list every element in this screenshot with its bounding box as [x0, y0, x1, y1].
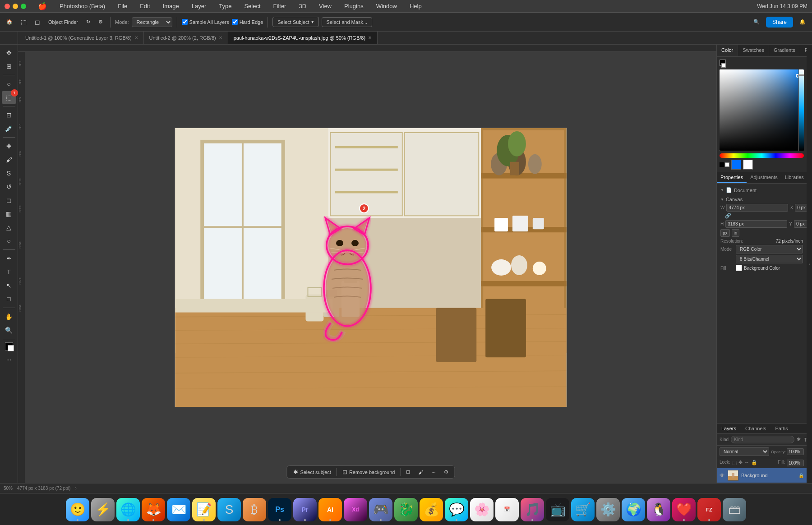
dock-messages[interactable]: 💬: [445, 498, 468, 521]
units-in-btn[interactable]: in: [732, 229, 740, 237]
healing-tool[interactable]: ✚: [2, 140, 16, 152]
dock-music[interactable]: 🎵: [521, 498, 544, 521]
notification-btn[interactable]: 🔔: [797, 17, 808, 27]
dock-misc1[interactable]: 🐉: [394, 498, 418, 521]
home-button[interactable]: 🏠: [4, 17, 15, 27]
dock-xd[interactable]: Xd: [344, 498, 367, 521]
lasso-tool[interactable]: ○: [2, 78, 16, 90]
libraries-tab[interactable]: Libraries: [781, 172, 807, 183]
remove-bg-float-btn[interactable]: ⊡ Remove background: [339, 467, 399, 477]
select-subject-btn[interactable]: Select Subject ▾: [272, 17, 318, 27]
mode-select[interactable]: Rectangle Ellipse Single Row: [132, 17, 172, 27]
hue-slider[interactable]: [720, 153, 804, 158]
menu-help[interactable]: Help: [407, 2, 424, 10]
dock-misc6[interactable]: 🗃: [723, 498, 746, 521]
menu-3d[interactable]: 3D: [296, 2, 309, 10]
dock-mail[interactable]: ✉️: [167, 498, 190, 521]
bits-select[interactable]: 8 Bits/Channel 16 Bits/Channel 32 Bits/C…: [736, 255, 803, 263]
clone-tool[interactable]: S: [2, 167, 16, 180]
canvas-title[interactable]: ▼ Canvas: [720, 197, 803, 202]
y-input[interactable]: [794, 220, 807, 228]
tab-photo-close[interactable]: ✕: [368, 35, 372, 40]
hard-edge-check[interactable]: [232, 19, 238, 25]
brush-tool[interactable]: 🖌: [2, 153, 16, 166]
dock-misc3[interactable]: 🌍: [622, 498, 645, 521]
search-btn[interactable]: 🔍: [751, 17, 762, 27]
lock-icon-3[interactable]: ↔: [744, 460, 749, 466]
layers-tab[interactable]: Layers: [717, 424, 741, 433]
shape-tool[interactable]: □: [2, 293, 16, 305]
dock-ai[interactable]: Ai: [318, 498, 342, 521]
menu-select[interactable]: Select: [241, 2, 263, 10]
bg-color-indicator[interactable]: [721, 63, 726, 68]
dock-skype[interactable]: S: [217, 498, 241, 521]
dock-notes[interactable]: 📝: [192, 498, 216, 521]
dock-photos[interactable]: 🌸: [470, 498, 494, 521]
dock-discord[interactable]: 🎮: [369, 498, 392, 521]
lock-icon-2[interactable]: ✥: [738, 460, 743, 466]
dock-calendar[interactable]: 📅: [495, 498, 519, 521]
refresh-btn[interactable]: ↻: [83, 17, 93, 27]
status-arrow[interactable]: ›: [75, 486, 76, 491]
dock-misc2[interactable]: 💰: [420, 498, 443, 521]
more-float-btn[interactable]: ···: [428, 468, 439, 476]
height-input[interactable]: [725, 220, 787, 228]
hand-tool[interactable]: ✋: [2, 310, 16, 323]
dock-pr[interactable]: Pr: [293, 498, 317, 521]
dock-launchpad[interactable]: ⚡: [91, 498, 115, 521]
dock-misc4[interactable]: 🐧: [647, 498, 670, 521]
paths-tab[interactable]: Paths: [771, 424, 793, 433]
text-tool[interactable]: T: [2, 266, 16, 278]
brush-float-btn[interactable]: 🖌: [415, 468, 427, 476]
dock-filezilla[interactable]: FZ: [697, 498, 721, 521]
dodge-tool[interactable]: ○: [2, 235, 16, 247]
dock-bitcoin[interactable]: ₿: [243, 498, 266, 521]
tab-photo[interactable]: paul-hanaoka-w2DsS-ZAP4U-unsplash.jpg @ …: [228, 32, 378, 44]
lock-icon-4[interactable]: 🔒: [751, 460, 757, 466]
blending-mode-select[interactable]: Normal Multiply Screen Overlay: [720, 447, 769, 456]
adjustments-tab[interactable]: Adjustments: [747, 172, 781, 183]
dock-ps[interactable]: Ps: [268, 498, 291, 521]
history-brush[interactable]: ↺: [2, 180, 16, 193]
eraser-tool[interactable]: ◻: [2, 194, 16, 207]
menu-layer[interactable]: Layer: [189, 2, 209, 10]
document-title[interactable]: ▼ 📄 Document: [720, 187, 803, 193]
fill-layers-input[interactable]: [787, 460, 804, 466]
tab-untitled1[interactable]: Untitled-1 @ 100% (Generative Layer 3, R…: [20, 32, 144, 44]
minimize-button[interactable]: [13, 4, 18, 9]
menu-filter[interactable]: Filter: [271, 2, 289, 10]
crop-tool[interactable]: ⊡: [2, 109, 16, 121]
layers-search-input[interactable]: [731, 436, 794, 443]
menu-image[interactable]: Image: [160, 2, 182, 10]
settings-btn[interactable]: ⚙: [96, 17, 106, 27]
lock-icon-1[interactable]: ⬚: [732, 460, 737, 466]
select-tool-button[interactable]: ⬚: [18, 17, 29, 28]
menu-edit[interactable]: Edit: [137, 2, 152, 10]
brightness-slider[interactable]: [798, 69, 804, 151]
panel-collapse-handle[interactable]: ›: [807, 45, 812, 483]
menu-file[interactable]: File: [115, 2, 130, 10]
share-button[interactable]: Share: [766, 17, 793, 28]
color-picker-gradient[interactable]: [720, 69, 804, 151]
select-subject-float-btn[interactable]: ✱ Select subject: [290, 467, 334, 477]
foreground-color[interactable]: [5, 342, 13, 350]
sample-all-layers-check[interactable]: [182, 19, 188, 25]
background-swatch[interactable]: [743, 160, 753, 170]
gradients-tab[interactable]: Gradients: [769, 45, 800, 56]
pen-tool[interactable]: ✒: [2, 252, 16, 265]
apple-icon[interactable]: 🍎: [38, 2, 47, 10]
tool-options-btn[interactable]: ◻: [32, 17, 43, 28]
object-finder-btn[interactable]: Object Finder: [46, 18, 81, 27]
dock-finder[interactable]: 🙂: [66, 498, 89, 521]
zoom-tool[interactable]: 🔍: [2, 324, 16, 336]
tab-untitled2[interactable]: Untitled-2 @ 200% (2, RGB/8) ✕: [144, 32, 228, 44]
x-input[interactable]: [795, 204, 807, 212]
dock-settings[interactable]: ⚙️: [596, 498, 620, 521]
blur-tool[interactable]: △: [2, 221, 16, 234]
swatches-tab[interactable]: Swatches: [738, 45, 769, 56]
path-tool[interactable]: ↖: [2, 279, 16, 292]
window-controls[interactable]: [5, 4, 26, 9]
menu-plugins[interactable]: Plugins: [341, 2, 366, 10]
menu-photoshop[interactable]: Photoshop (Beta): [57, 2, 108, 10]
close-button[interactable]: [5, 4, 10, 9]
